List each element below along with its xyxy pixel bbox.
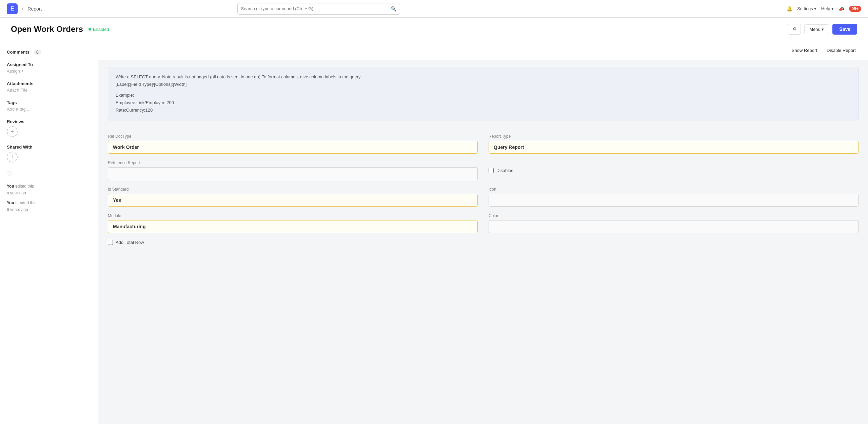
status-badge: Enabled (88, 27, 109, 32)
add-total-row-checkbox[interactable] (108, 240, 113, 245)
menu-button[interactable]: Menu ▾ (804, 24, 829, 34)
activity-edited: edited this (15, 184, 34, 189)
breadcrumb[interactable]: Report (27, 6, 42, 12)
subheader: Open Work Orders Enabled 🖨 Menu ▾ Save (0, 18, 868, 41)
tags-label: Tags (7, 100, 91, 105)
module-group: Module (108, 213, 478, 233)
notifications-badge[interactable]: 99+ (849, 6, 861, 12)
megaphone-icon: 📣 (839, 6, 844, 12)
settings-button[interactable]: Settings ▾ (797, 6, 816, 11)
search-input[interactable] (241, 6, 388, 11)
activity-you-1: You (7, 184, 14, 189)
color-label: Color (489, 213, 859, 218)
nav-right: 🔔 Settings ▾ Help ▾ 📣 99+ (787, 6, 861, 12)
ref-doctype-input[interactable] (108, 141, 478, 154)
tags-section: Tags Add a tag ... (7, 100, 91, 112)
breadcrumb-separator: › (22, 6, 23, 12)
is-standard-input[interactable] (108, 194, 478, 207)
is-standard-group: Is Standard (108, 187, 478, 207)
color-input[interactable] (489, 220, 859, 233)
show-report-button[interactable]: Show Report (789, 46, 820, 54)
activity-created: created this (15, 200, 36, 205)
topnav: E › Report 🔍 🔔 Settings ▾ Help ▾ 📣 99+ (0, 0, 868, 18)
info-format-text: [Label]:[Field Type]/[Options]:[Width] (116, 81, 851, 88)
add-tag-button[interactable]: Add a tag ... (7, 107, 91, 112)
disabled-group: Disabled (489, 160, 859, 180)
save-button[interactable]: Save (832, 24, 857, 35)
activity-time-1: a year ago (7, 190, 91, 196)
assigned-to-label: Assigned To (7, 62, 91, 67)
add-total-row-label: Add Total Row (116, 240, 144, 245)
search-icon: 🔍 (391, 6, 396, 12)
form-section: Ref DocType Report Type Reference Report (98, 127, 868, 252)
add-shared-button[interactable]: + (7, 152, 18, 162)
form-row-2: Reference Report Disabled (108, 160, 859, 180)
icon-group: Icon (489, 187, 859, 207)
info-box: Write a SELECT query. Note result is not… (108, 67, 859, 120)
status-dot (88, 28, 91, 31)
attachments-section: Attachments Attach File + (7, 81, 91, 93)
comments-section: Comments 0 (7, 49, 91, 55)
search-bar[interactable]: 🔍 (237, 3, 400, 15)
add-total-row-group: Add Total Row (108, 240, 859, 245)
icon-label: Icon (489, 187, 859, 192)
reference-report-input[interactable] (108, 167, 478, 180)
ref-doctype-label: Ref DocType (108, 134, 478, 139)
activity-you-2: You (7, 200, 14, 205)
heart-icon[interactable]: ♡ (7, 170, 91, 177)
form-row-4: Module Color (108, 213, 859, 233)
reference-report-group: Reference Report (108, 160, 478, 180)
info-main-text: Write a SELECT query. Note result is not… (116, 73, 851, 81)
sidebar: Comments 0 Assigned To Assign + Attachme… (0, 41, 98, 424)
notification-bell-icon: 🔔 (787, 6, 792, 12)
report-type-label: Report Type (489, 134, 859, 139)
form-row-1: Ref DocType Report Type (108, 134, 859, 154)
shared-with-section: Shared With + (7, 144, 91, 162)
example-line1: Employee:Link/Employee:200 (116, 99, 851, 107)
app-icon: E (7, 3, 18, 14)
comments-label: Comments (7, 50, 29, 55)
example-line2: Rate:Currency:120 (116, 107, 851, 114)
reference-report-label: Reference Report (108, 160, 478, 165)
content-area: Show Report Disable Report Write a SELEC… (98, 41, 868, 424)
example-label: Example: (116, 92, 851, 99)
reviews-label: Reviews (7, 119, 91, 124)
print-button[interactable]: 🖨 (788, 24, 801, 35)
activity-time-2: 6 years ago (7, 206, 91, 213)
disable-report-button[interactable]: Disable Report (824, 46, 859, 54)
page-title: Open Work Orders (11, 24, 83, 34)
attach-file-button[interactable]: Attach File + (7, 88, 91, 93)
reviews-section: Reviews + (7, 119, 91, 137)
subheader-actions: 🖨 Menu ▾ Save (788, 24, 857, 35)
ref-doctype-group: Ref DocType (108, 134, 478, 154)
status-label: Enabled (93, 27, 109, 32)
assigned-to-section: Assigned To Assign + (7, 62, 91, 74)
action-bar: Show Report Disable Report (98, 41, 868, 60)
disabled-label: Disabled (496, 168, 514, 173)
activity-log: You edited this a year ago You created t… (7, 183, 91, 213)
main-layout: Comments 0 Assigned To Assign + Attachme… (0, 41, 868, 424)
disabled-checkbox[interactable] (489, 168, 494, 173)
help-button[interactable]: Help ▾ (821, 6, 834, 11)
assign-button[interactable]: Assign + (7, 69, 91, 74)
color-group: Color (489, 213, 859, 233)
is-standard-label: Is Standard (108, 187, 478, 192)
module-label: Module (108, 213, 478, 218)
comments-count: 0 (34, 50, 41, 55)
report-type-group: Report Type (489, 134, 859, 154)
icon-input[interactable] (489, 194, 859, 207)
module-input[interactable] (108, 220, 478, 233)
shared-with-label: Shared With (7, 144, 91, 150)
form-row-3: Is Standard Icon (108, 187, 859, 207)
add-review-button[interactable]: + (7, 126, 18, 137)
attachments-label: Attachments (7, 81, 91, 86)
report-type-input[interactable] (489, 141, 859, 154)
